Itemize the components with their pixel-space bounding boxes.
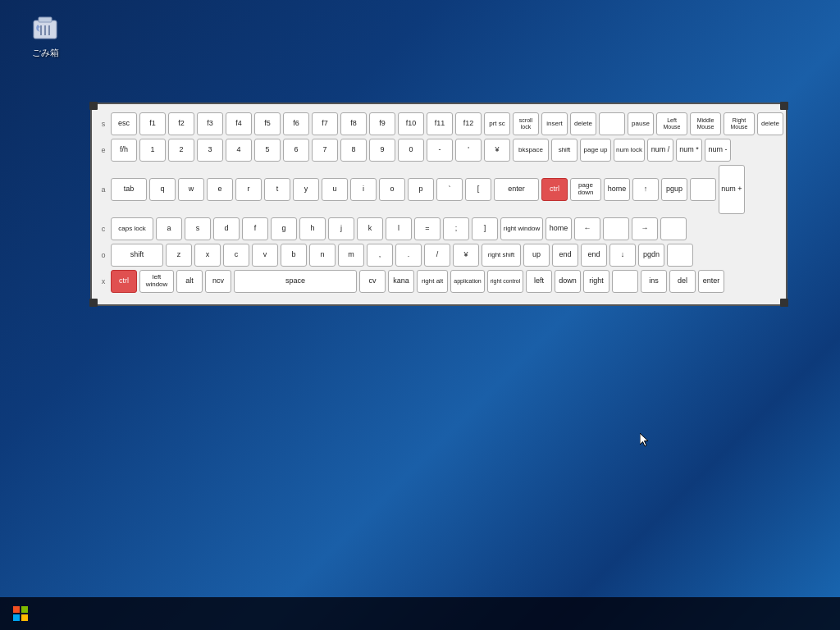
key-q[interactable]: q	[149, 178, 176, 201]
key-k[interactable]: k	[357, 217, 383, 240]
resize-handle-br[interactable]	[780, 299, 788, 307]
key-n[interactable]: n	[309, 244, 336, 267]
key-pgdn[interactable]: pgdn	[638, 244, 664, 267]
key-application[interactable]: application	[450, 270, 485, 293]
key-f12[interactable]: f12	[455, 112, 482, 135]
key-right-mouse[interactable]: Right Mouse	[724, 112, 755, 135]
key-a[interactable]: a	[156, 217, 182, 240]
key-ctrl-bottom[interactable]: ctrl	[111, 270, 137, 293]
key-apostrophe[interactable]: '	[455, 139, 482, 162]
key-f8[interactable]: f8	[340, 112, 367, 135]
key-6[interactable]: 6	[283, 139, 309, 162]
key-left-window[interactable]: left window	[139, 270, 174, 293]
start-button[interactable]	[0, 597, 41, 630]
key-m[interactable]: m	[338, 244, 364, 267]
key-d[interactable]: d	[213, 217, 240, 240]
key-shift-left[interactable]: shift	[111, 244, 163, 267]
key-alt[interactable]: alt	[176, 270, 203, 293]
key-home-num[interactable]: home	[604, 178, 630, 201]
key-yen2[interactable]: ¥	[453, 244, 479, 267]
key-right-alt[interactable]: right alt	[417, 270, 448, 293]
key-z[interactable]: z	[166, 244, 192, 267]
key-f2[interactable]: f2	[168, 112, 194, 135]
key-ncv[interactable]: ncv	[205, 270, 231, 293]
resize-handle-bl[interactable]	[89, 299, 98, 307]
key-up-arr[interactable]: ↑	[632, 178, 659, 201]
key-right-nav[interactable]: right	[583, 270, 609, 293]
key-f6[interactable]: f6	[283, 112, 309, 135]
key-w[interactable]: w	[178, 178, 204, 201]
key-p[interactable]: p	[408, 178, 434, 201]
key-0[interactable]: 0	[398, 139, 424, 162]
key-ctrl-active[interactable]: ctrl	[541, 178, 568, 201]
resize-handle-tl[interactable]	[89, 102, 98, 110]
key-middle-mouse[interactable]: Middle Mouse	[690, 112, 721, 135]
key-r[interactable]: r	[235, 178, 262, 201]
key-period[interactable]: .	[395, 244, 422, 267]
key-4[interactable]: 4	[226, 139, 252, 162]
key-end[interactable]: end	[552, 244, 578, 267]
key-f7[interactable]: f7	[312, 112, 338, 135]
key-2[interactable]: 2	[168, 139, 194, 162]
key-right-shift[interactable]: right shift	[482, 244, 521, 267]
key-pause[interactable]: pause	[628, 112, 654, 135]
key-1[interactable]: 1	[139, 139, 166, 162]
key-left-nav[interactable]: left	[526, 270, 552, 293]
key-minus[interactable]: -	[427, 139, 453, 162]
key-equals[interactable]: =	[414, 217, 441, 240]
key-backspace[interactable]: bkspace	[513, 139, 549, 162]
key-pageup-num[interactable]: page up	[580, 139, 611, 162]
key-f4[interactable]: f4	[226, 112, 252, 135]
key-enter-num[interactable]: enter	[698, 270, 724, 293]
key-y[interactable]: y	[293, 178, 319, 201]
key-f9[interactable]: f9	[369, 112, 395, 135]
key-tab[interactable]: tab	[111, 178, 147, 201]
key-right-arr[interactable]: →	[632, 217, 658, 240]
key-right-window[interactable]: right window	[500, 217, 543, 240]
key-9[interactable]: 9	[369, 139, 395, 162]
key-delete-far[interactable]: delete	[757, 112, 783, 135]
key-delete-top[interactable]: delete	[570, 112, 596, 135]
key-numlock[interactable]: num lock	[614, 139, 645, 162]
key-5[interactable]: 5	[254, 139, 281, 162]
key-left-arr[interactable]: ←	[574, 217, 600, 240]
key-ins[interactable]: ins	[641, 270, 667, 293]
key-up2[interactable]: up	[523, 244, 550, 267]
key-g[interactable]: g	[271, 217, 297, 240]
key-f3[interactable]: f3	[197, 112, 223, 135]
key-fh[interactable]: f/h	[111, 139, 137, 162]
key-f[interactable]: f	[242, 217, 268, 240]
key-del[interactable]: del	[669, 270, 696, 293]
key-shift-num[interactable]: shift	[551, 139, 578, 162]
key-l[interactable]: l	[386, 217, 412, 240]
key-h[interactable]: h	[299, 217, 326, 240]
key-bracket-open[interactable]: [	[465, 178, 491, 201]
key-i[interactable]: i	[350, 178, 377, 201]
key-left-mouse[interactable]: Left Mouse	[656, 112, 687, 135]
key-3[interactable]: 3	[197, 139, 223, 162]
key-end2[interactable]: end	[581, 244, 607, 267]
key-insert[interactable]: insert	[541, 112, 568, 135]
key-pgup-num[interactable]: pgup	[661, 178, 687, 201]
key-bracket-close[interactable]: ]	[472, 217, 498, 240]
key-space[interactable]: space	[234, 270, 357, 293]
resize-handle-tr[interactable]	[780, 102, 788, 110]
key-yen[interactable]: ¥	[484, 139, 510, 162]
key-f11[interactable]: f11	[427, 112, 453, 135]
key-backtick[interactable]: `	[436, 178, 463, 201]
key-nummul[interactable]: num *	[676, 139, 702, 162]
key-numminus[interactable]: num -	[705, 139, 731, 162]
key-home2[interactable]: home	[546, 217, 572, 240]
key-kana[interactable]: kana	[388, 270, 414, 293]
key-pagedown[interactable]: page down	[570, 178, 601, 201]
key-right-ctrl[interactable]: right control	[487, 270, 523, 293]
key-8[interactable]: 8	[340, 139, 367, 162]
key-t[interactable]: t	[264, 178, 290, 201]
key-down-arr[interactable]: ↓	[609, 244, 636, 267]
key-comma[interactable]: ,	[367, 244, 393, 267]
recycle-bin-icon[interactable]: ごみ箱	[16, 12, 74, 59]
key-scrolllock[interactable]: scroll lock	[513, 112, 539, 135]
key-u[interactable]: u	[322, 178, 348, 201]
key-j[interactable]: j	[328, 217, 354, 240]
key-e[interactable]: e	[207, 178, 233, 201]
